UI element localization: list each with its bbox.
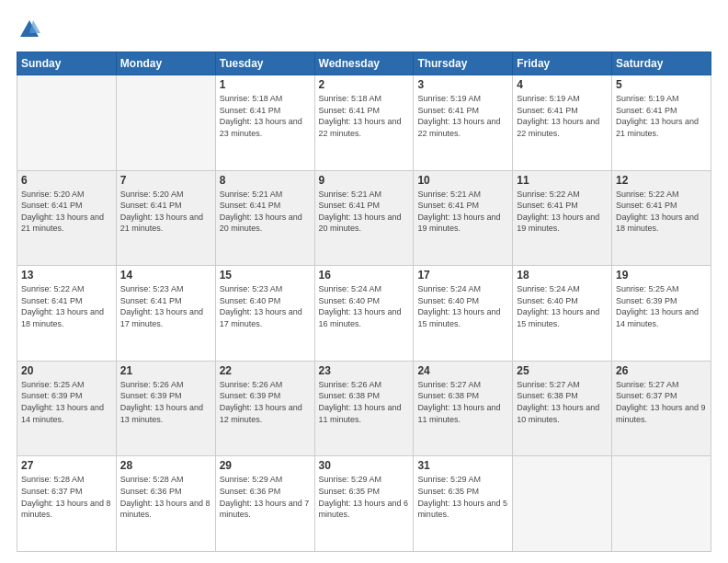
day-number: 31 — [417, 459, 508, 472]
calendar-week-row: 13Sunrise: 5:22 AM Sunset: 6:41 PM Dayli… — [17, 266, 711, 362]
calendar-week-row: 1Sunrise: 5:18 AM Sunset: 6:41 PM Daylig… — [17, 75, 711, 171]
day-info: Sunrise: 5:29 AM Sunset: 6:35 PM Dayligh… — [417, 474, 508, 520]
calendar-cell: 2Sunrise: 5:18 AM Sunset: 6:41 PM Daylig… — [314, 75, 414, 171]
day-number: 25 — [517, 364, 608, 377]
calendar-cell: 6Sunrise: 5:20 AM Sunset: 6:41 PM Daylig… — [17, 170, 117, 266]
logo — [17, 17, 46, 42]
weekday-header-row: SundayMondayTuesdayWednesdayThursdayFrid… — [17, 52, 711, 75]
day-number: 29 — [220, 459, 311, 472]
calendar-week-row: 20Sunrise: 5:25 AM Sunset: 6:39 PM Dayli… — [17, 361, 711, 456]
day-number: 3 — [417, 78, 508, 91]
weekday-header-monday: Monday — [116, 52, 215, 75]
day-info: Sunrise: 5:28 AM Sunset: 6:36 PM Dayligh… — [120, 474, 211, 520]
day-number: 22 — [220, 364, 311, 377]
day-info: Sunrise: 5:22 AM Sunset: 6:41 PM Dayligh… — [616, 189, 707, 235]
day-number: 9 — [319, 174, 410, 187]
calendar-cell: 20Sunrise: 5:25 AM Sunset: 6:39 PM Dayli… — [17, 361, 117, 456]
calendar-cell: 3Sunrise: 5:19 AM Sunset: 6:41 PM Daylig… — [414, 75, 513, 171]
calendar-cell: 22Sunrise: 5:26 AM Sunset: 6:39 PM Dayli… — [215, 361, 314, 456]
calendar-cell: 1Sunrise: 5:18 AM Sunset: 6:41 PM Daylig… — [215, 75, 314, 171]
calendar-cell: 21Sunrise: 5:26 AM Sunset: 6:39 PM Dayli… — [116, 361, 215, 456]
day-info: Sunrise: 5:23 AM Sunset: 6:40 PM Dayligh… — [220, 283, 311, 329]
day-info: Sunrise: 5:26 AM Sunset: 6:39 PM Dayligh… — [220, 379, 311, 425]
weekday-header-thursday: Thursday — [414, 52, 513, 75]
day-info: Sunrise: 5:19 AM Sunset: 6:41 PM Dayligh… — [417, 93, 508, 139]
day-number: 26 — [616, 364, 707, 377]
day-info: Sunrise: 5:27 AM Sunset: 6:38 PM Dayligh… — [517, 379, 608, 425]
day-number: 2 — [319, 78, 410, 91]
day-info: Sunrise: 5:21 AM Sunset: 6:41 PM Dayligh… — [220, 189, 311, 235]
calendar-cell: 10Sunrise: 5:21 AM Sunset: 6:41 PM Dayli… — [414, 170, 513, 266]
day-info: Sunrise: 5:27 AM Sunset: 6:38 PM Dayligh… — [417, 379, 508, 425]
page: SundayMondayTuesdayWednesdayThursdayFrid… — [0, 0, 728, 563]
day-info: Sunrise: 5:20 AM Sunset: 6:41 PM Dayligh… — [21, 189, 112, 235]
day-number: 23 — [319, 364, 410, 377]
day-number: 6 — [21, 174, 112, 187]
day-number: 5 — [616, 78, 707, 91]
day-number: 14 — [120, 269, 211, 282]
day-number: 18 — [517, 269, 608, 282]
day-number: 30 — [319, 459, 410, 472]
day-number: 27 — [21, 459, 112, 472]
day-number: 12 — [616, 174, 707, 187]
calendar-cell: 23Sunrise: 5:26 AM Sunset: 6:38 PM Dayli… — [314, 361, 414, 456]
calendar-table: SundayMondayTuesdayWednesdayThursdayFrid… — [17, 52, 711, 552]
day-number: 28 — [120, 459, 211, 472]
day-number: 20 — [21, 364, 112, 377]
day-info: Sunrise: 5:23 AM Sunset: 6:41 PM Dayligh… — [120, 283, 211, 329]
calendar-cell: 8Sunrise: 5:21 AM Sunset: 6:41 PM Daylig… — [215, 170, 314, 266]
day-number: 10 — [417, 174, 508, 187]
weekday-header-tuesday: Tuesday — [215, 52, 314, 75]
calendar-cell — [612, 456, 711, 552]
day-info: Sunrise: 5:26 AM Sunset: 6:38 PM Dayligh… — [319, 379, 410, 425]
day-info: Sunrise: 5:29 AM Sunset: 6:36 PM Dayligh… — [220, 474, 311, 520]
day-info: Sunrise: 5:24 AM Sunset: 6:40 PM Dayligh… — [319, 283, 410, 329]
day-info: Sunrise: 5:24 AM Sunset: 6:40 PM Dayligh… — [417, 283, 508, 329]
day-info: Sunrise: 5:21 AM Sunset: 6:41 PM Dayligh… — [319, 189, 410, 235]
calendar-cell: 28Sunrise: 5:28 AM Sunset: 6:36 PM Dayli… — [116, 456, 215, 552]
day-info: Sunrise: 5:29 AM Sunset: 6:35 PM Dayligh… — [319, 474, 410, 520]
day-info: Sunrise: 5:21 AM Sunset: 6:41 PM Dayligh… — [417, 189, 508, 235]
day-number: 24 — [417, 364, 508, 377]
calendar-cell: 25Sunrise: 5:27 AM Sunset: 6:38 PM Dayli… — [513, 361, 612, 456]
weekday-header-wednesday: Wednesday — [314, 52, 414, 75]
calendar-cell: 29Sunrise: 5:29 AM Sunset: 6:36 PM Dayli… — [215, 456, 314, 552]
calendar-cell: 16Sunrise: 5:24 AM Sunset: 6:40 PM Dayli… — [314, 266, 414, 362]
calendar-cell: 19Sunrise: 5:25 AM Sunset: 6:39 PM Dayli… — [612, 266, 711, 362]
day-info: Sunrise: 5:26 AM Sunset: 6:39 PM Dayligh… — [120, 379, 211, 425]
day-info: Sunrise: 5:28 AM Sunset: 6:37 PM Dayligh… — [21, 474, 112, 520]
calendar-cell: 26Sunrise: 5:27 AM Sunset: 6:37 PM Dayli… — [612, 361, 711, 456]
day-number: 19 — [616, 269, 707, 282]
calendar-cell: 18Sunrise: 5:24 AM Sunset: 6:40 PM Dayli… — [513, 266, 612, 362]
day-info: Sunrise: 5:27 AM Sunset: 6:37 PM Dayligh… — [616, 379, 707, 425]
day-info: Sunrise: 5:22 AM Sunset: 6:41 PM Dayligh… — [517, 189, 608, 235]
calendar-cell: 27Sunrise: 5:28 AM Sunset: 6:37 PM Dayli… — [17, 456, 117, 552]
weekday-header-friday: Friday — [513, 52, 612, 75]
weekday-header-sunday: Sunday — [17, 52, 117, 75]
day-number: 4 — [517, 78, 608, 91]
day-number: 13 — [21, 269, 112, 282]
day-number: 1 — [220, 78, 311, 91]
day-number: 16 — [319, 269, 410, 282]
calendar-cell: 9Sunrise: 5:21 AM Sunset: 6:41 PM Daylig… — [314, 170, 414, 266]
day-number: 15 — [220, 269, 311, 282]
calendar-cell: 5Sunrise: 5:19 AM Sunset: 6:41 PM Daylig… — [612, 75, 711, 171]
day-info: Sunrise: 5:18 AM Sunset: 6:41 PM Dayligh… — [220, 93, 311, 139]
day-info: Sunrise: 5:25 AM Sunset: 6:39 PM Dayligh… — [21, 379, 112, 425]
calendar-cell: 17Sunrise: 5:24 AM Sunset: 6:40 PM Dayli… — [414, 266, 513, 362]
calendar-cell: 11Sunrise: 5:22 AM Sunset: 6:41 PM Dayli… — [513, 170, 612, 266]
day-info: Sunrise: 5:19 AM Sunset: 6:41 PM Dayligh… — [616, 93, 707, 139]
calendar-cell: 31Sunrise: 5:29 AM Sunset: 6:35 PM Dayli… — [414, 456, 513, 552]
header — [17, 17, 711, 42]
calendar-cell — [17, 75, 117, 171]
day-number: 17 — [417, 269, 508, 282]
calendar-cell: 13Sunrise: 5:22 AM Sunset: 6:41 PM Dayli… — [17, 266, 117, 362]
day-number: 11 — [517, 174, 608, 187]
day-info: Sunrise: 5:25 AM Sunset: 6:39 PM Dayligh… — [616, 283, 707, 329]
calendar-week-row: 27Sunrise: 5:28 AM Sunset: 6:37 PM Dayli… — [17, 456, 711, 552]
calendar-week-row: 6Sunrise: 5:20 AM Sunset: 6:41 PM Daylig… — [17, 170, 711, 266]
calendar-cell — [513, 456, 612, 552]
weekday-header-saturday: Saturday — [612, 52, 711, 75]
calendar-cell: 7Sunrise: 5:20 AM Sunset: 6:41 PM Daylig… — [116, 170, 215, 266]
calendar-cell: 12Sunrise: 5:22 AM Sunset: 6:41 PM Dayli… — [612, 170, 711, 266]
